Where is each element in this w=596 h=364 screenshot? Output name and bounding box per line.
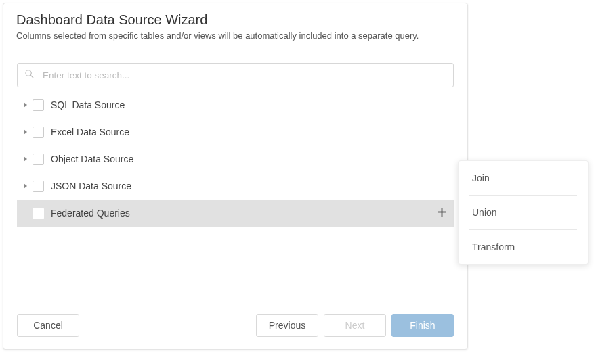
wizard-body: SQL Data Source Excel Data Source Object… [3,49,467,304]
tree-item-sql[interactable]: SQL Data Source [17,91,454,118]
expand-caret-icon[interactable] [24,129,27,135]
popup-pointer-icon [458,208,459,218]
popup-item-join[interactable]: Join [459,161,588,195]
tree-item-json[interactable]: JSON Data Source [17,173,454,200]
add-query-button[interactable] [435,206,448,220]
tree-item-object[interactable]: Object Data Source [17,145,454,173]
checkbox[interactable] [33,99,44,111]
tree-item-label: SQL Data Source [51,99,454,110]
next-button: Next [324,314,386,337]
search-box[interactable] [17,63,454,87]
wizard-title: Dashboard Data Source Wizard [16,12,454,28]
expand-caret-icon[interactable] [24,156,27,162]
expand-caret-icon[interactable] [24,183,27,189]
expand-caret-icon[interactable] [24,102,27,108]
cancel-button[interactable]: Cancel [17,314,79,337]
search-icon [24,69,41,82]
tree-item-excel[interactable]: Excel Data Source [17,118,454,145]
query-type-popup: Join Union Transform [458,160,589,265]
search-input[interactable] [41,70,446,81]
svg-rect-1 [438,212,446,213]
wizard-subtitle: Columns selected from specific tables an… [16,30,454,41]
tree-item-label: Excel Data Source [51,127,454,137]
checkbox[interactable] [33,154,44,165]
popup-item-transform[interactable]: Transform [459,230,588,264]
wizard-footer: Cancel Previous Next Finish [3,304,467,349]
checkbox[interactable] [33,181,44,192]
tree-item-label: JSON Data Source [51,181,454,191]
tree-item-label: Federated Queries [51,208,435,219]
checkbox[interactable] [33,127,44,138]
popup-item-union[interactable]: Union [459,196,588,229]
tree-item-federated[interactable]: Federated Queries [17,200,454,227]
data-source-tree: SQL Data Source Excel Data Source Object… [17,91,454,227]
previous-button[interactable]: Previous [256,314,318,337]
plus-icon [438,208,446,219]
wizard-dialog: Dashboard Data Source Wizard Columns sel… [3,3,468,350]
checkbox[interactable] [33,208,44,219]
tree-item-label: Object Data Source [51,154,454,164]
wizard-header: Dashboard Data Source Wizard Columns sel… [3,3,467,49]
finish-button[interactable]: Finish [391,314,454,337]
